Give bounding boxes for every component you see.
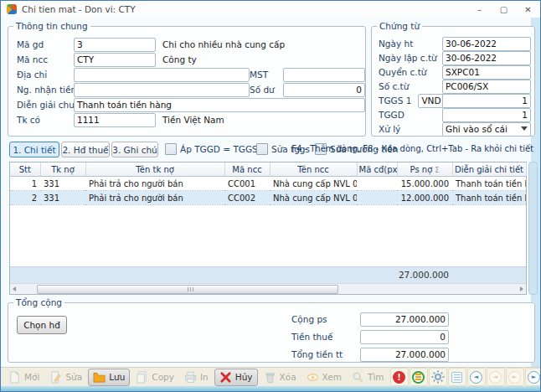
next-record-icon: ► <box>508 371 521 384</box>
print-button[interactable]: In <box>180 369 213 385</box>
cell-stt: 2 <box>10 191 40 205</box>
detail-table: Stt Tk nợ Tên tk nợ Mã ncc Tên ncc Mã cđ… <box>10 162 527 205</box>
tab-ghi-chu[interactable]: 3. Ghi chú <box>111 142 158 157</box>
tggs1-field[interactable]: 1 <box>442 94 531 108</box>
tien-thue-label: Tiền thuế <box>291 332 332 342</box>
edit-button[interactable]: Sửa <box>45 369 86 385</box>
info-icon: ! <box>393 371 405 384</box>
dien-giai-chung-field[interactable]: Thanh toán tiền hàng <box>74 98 365 112</box>
cell-ma-ncc: CC002 <box>224 191 270 205</box>
tong-tien-tt-field[interactable]: 27.000.000 <box>360 348 449 362</box>
ng-nhan-tien-field[interactable] <box>74 83 250 97</box>
last-record-button[interactable]: ► <box>525 368 541 386</box>
prev-record-button[interactable]: ◄ <box>487 368 505 386</box>
delete-button[interactable]: Xóa <box>260 369 301 385</box>
ma-gd-desc: Chi cho nhiều nhà cung cấp <box>162 39 285 49</box>
note-button[interactable] <box>448 368 466 386</box>
cell-ma-ncc: CC001 <box>224 177 270 191</box>
settings-button[interactable] <box>429 368 447 386</box>
info-button[interactable]: ! <box>390 368 409 386</box>
col-dien-giai[interactable]: Diễn giải chi tiết <box>452 162 526 177</box>
xu-ly-dropdown[interactable]: Ghi vào sổ cái <box>442 122 531 137</box>
tab-hd-thue[interactable]: 2. Hđ thuế <box>61 142 110 157</box>
new-button[interactable]: Mới <box>4 369 44 385</box>
tong-tien-tt-label: Tổng tiền tt <box>291 349 343 359</box>
quyen-ct-label: Quyển c.từ <box>379 67 426 77</box>
so-ct-field[interactable]: PC006/SX <box>442 80 531 94</box>
tien-thue-field[interactable]: 0 <box>360 330 449 344</box>
close-icon[interactable]: ✕ <box>516 1 540 18</box>
col-ma-ncc[interactable]: Mã ncc <box>224 162 270 177</box>
ma-ncc-label: Mã ncc <box>17 54 48 64</box>
cell-dien-giai: Thanh toán tiền hàng <box>452 191 526 205</box>
delete-trash-icon <box>264 371 276 384</box>
shortcut-hint: F4 - Thêm dòng, F8 - Xóa dòng, Ctrl+Tab … <box>291 144 533 153</box>
chon-hd-button[interactable]: Chọn hđ <box>17 316 67 334</box>
scroll-right-icon[interactable] <box>520 286 523 291</box>
tab-chi-tiet[interactable]: 1. Chi tiết <box>9 142 59 157</box>
copy-button[interactable]: Copy <box>131 369 178 385</box>
save-button[interactable]: Lưu <box>88 369 130 386</box>
ngay-ht-field[interactable]: 30-06-2022 <box>442 37 531 51</box>
cong-ps-field[interactable]: 27.000.000 <box>360 312 449 327</box>
tk-co-label: Tk có <box>17 115 40 125</box>
mst-field[interactable] <box>283 68 365 82</box>
xu-ly-label: Xử lý <box>379 124 400 134</box>
tk-co-field[interactable]: 1111 <box>74 113 156 127</box>
col-tk-no[interactable]: Tk nợ <box>40 162 85 177</box>
tggd-field[interactable]: 1 <box>442 108 531 122</box>
window-bottom-edge <box>1 386 540 391</box>
col-ps-no[interactable]: Ps nợΣ <box>397 162 452 177</box>
cancel-button[interactable]: Hủy <box>214 369 258 386</box>
copy-icon <box>136 371 148 384</box>
scroll-left-icon[interactable] <box>13 286 16 291</box>
general-info-legend: Thông tin chung <box>13 21 90 31</box>
ma-gd-field[interactable]: 3 <box>74 38 156 52</box>
cell-ten-tk-no: Phải trả cho người bán <box>85 191 224 205</box>
col-ten-ncc[interactable]: Tên ncc <box>270 162 357 177</box>
detail-grid: Stt Tk nợ Tên tk nợ Mã ncc Tên ncc Mã cđ… <box>9 162 527 295</box>
xu-ly-value: Ghi vào sổ cái <box>446 124 508 134</box>
mst-label: MST <box>250 70 268 80</box>
main-content: Thông tin chung Mã gd 3 Chi cho nhiều nh… <box>1 18 540 367</box>
checkbox-ap-tggd-label: Áp TGGD = TGGS1 <box>180 144 263 154</box>
cell-ten-tk-no: Phải trả cho người bán <box>85 177 224 191</box>
tggs1-currency[interactable]: VND <box>418 94 445 108</box>
table-row[interactable]: 1 331 Phải trả cho người bán CC001 Nhà c… <box>10 177 526 191</box>
title-bar: Chi tien mat - Don vi: CTY – ▢ ✕ <box>1 1 540 18</box>
dia-chi-field[interactable] <box>74 68 250 82</box>
ma-ncc-desc: Công ty <box>162 54 197 64</box>
vertical-scrollbar[interactable] <box>528 162 538 295</box>
ngay-lap-label: Ngày lập c.từ <box>379 53 437 63</box>
next-record-button[interactable]: ► <box>506 368 524 386</box>
maximize-icon[interactable]: ▢ <box>492 1 516 18</box>
search-button[interactable]: Tìm <box>348 369 389 385</box>
view-button[interactable]: Xem <box>302 369 346 385</box>
bottom-toolbar: Mới Sửa Lưu Copy In Hủy Xóa Xem <box>1 367 540 386</box>
scrollbar-thumb[interactable] <box>37 285 338 294</box>
cancel-x-icon <box>219 371 232 384</box>
general-info-groupbox: Thông tin chung Mã gd 3 Chi cho nhiều nh… <box>8 21 366 137</box>
ngay-lap-field[interactable]: 30-06-2022 <box>442 51 531 65</box>
document-legend: Chứng từ <box>377 21 422 31</box>
list-button[interactable] <box>410 368 428 386</box>
cell-ma-cd <box>357 191 397 205</box>
col-ma-cd[interactable]: Mã cđ(px) <box>357 162 397 177</box>
checkbox-ap-tggd[interactable]: Áp TGGD = TGGS1 <box>165 143 263 155</box>
gear-icon <box>431 370 445 384</box>
first-record-button[interactable]: ◄ <box>467 368 486 386</box>
col-stt[interactable]: Stt <box>10 162 40 177</box>
horizontal-scrollbar[interactable] <box>10 283 526 294</box>
so-du-field[interactable]: 0 <box>283 83 365 97</box>
grid-header-row: Stt Tk nợ Tên tk nợ Mã ncc Tên ncc Mã cđ… <box>10 162 526 177</box>
ma-ncc-field[interactable]: CTY <box>74 53 156 67</box>
minimize-icon[interactable]: – <box>467 1 492 18</box>
search-icon <box>352 371 364 384</box>
quyen-ct-field[interactable]: SXPC01 <box>442 65 531 80</box>
table-row-selected[interactable]: 2 331 Phải trả cho người bán CC002 Nhà c… <box>10 191 526 205</box>
last-record-icon: ► <box>528 371 540 384</box>
col-ten-tk-no[interactable]: Tên tk nợ <box>85 162 224 177</box>
edit-icon <box>49 371 62 384</box>
checkbox-icon <box>165 143 177 155</box>
grid-total-row: 27.000.000 <box>10 266 526 284</box>
